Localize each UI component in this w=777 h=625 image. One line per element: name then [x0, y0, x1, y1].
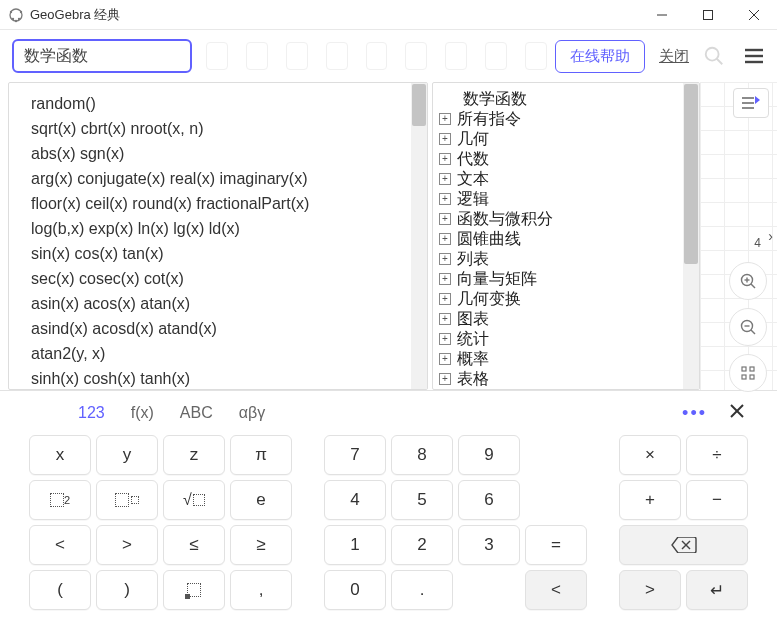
expand-icon[interactable]: + — [439, 313, 451, 325]
category-item[interactable]: +向量与矩阵 — [439, 269, 695, 289]
key-≥[interactable]: ≥ — [230, 525, 292, 565]
key->[interactable]: > — [96, 525, 158, 565]
key-,[interactable]: , — [230, 570, 292, 610]
category-list[interactable]: 数学函数+所有指令+几何+代数+文本+逻辑+函数与微积分+圆锥曲线+列表+向量与… — [433, 83, 699, 389]
expand-icon[interactable]: + — [439, 153, 451, 165]
key-1[interactable]: 1 — [324, 525, 386, 565]
search-input[interactable] — [12, 39, 192, 73]
function-line[interactable]: arg(x) conjugate(x) real(x) imaginary(x) — [31, 166, 413, 191]
key-enter[interactable]: ↵ — [686, 570, 748, 610]
keyboard-tab-123[interactable]: 123 — [78, 404, 105, 422]
function-line[interactable]: abs(x) sgn(x) — [31, 141, 413, 166]
category-scrollbar[interactable] — [683, 83, 699, 389]
function-list[interactable]: random()sqrt(x) cbrt(x) nroot(x, n)abs(x… — [9, 83, 427, 389]
key-×[interactable]: × — [619, 435, 681, 475]
window-minimize-button[interactable] — [639, 0, 685, 30]
key-)[interactable]: ) — [96, 570, 158, 610]
key-left[interactable]: < — [525, 570, 587, 610]
category-item[interactable]: +所有指令 — [439, 109, 695, 129]
key-right[interactable]: > — [619, 570, 681, 610]
key-−[interactable]: − — [686, 480, 748, 520]
key-sqrt[interactable]: √ — [163, 480, 225, 520]
category-label: 统计 — [457, 329, 489, 350]
category-item[interactable]: +表格 — [439, 369, 695, 389]
function-line[interactable]: sec(x) cosec(x) cot(x) — [31, 266, 413, 291]
function-line[interactable]: random() — [31, 91, 413, 116]
key-4[interactable]: 4 — [324, 480, 386, 520]
key-3[interactable]: 3 — [458, 525, 520, 565]
key-z[interactable]: z — [163, 435, 225, 475]
expand-icon[interactable]: + — [439, 373, 451, 385]
keyboard-tab-abc[interactable]: ABC — [180, 404, 213, 422]
category-item[interactable]: +文本 — [439, 169, 695, 189]
key-e[interactable]: e — [230, 480, 292, 520]
key-0[interactable]: 0 — [324, 570, 386, 610]
function-line[interactable]: log(b,x) exp(x) ln(x) lg(x) ld(x) — [31, 216, 413, 241]
expand-icon[interactable]: + — [439, 273, 451, 285]
keyboard-more-button[interactable]: ••• — [682, 403, 707, 424]
key-cursor[interactable] — [163, 570, 225, 610]
key-5[interactable]: 5 — [391, 480, 453, 520]
key-÷[interactable]: ÷ — [686, 435, 748, 475]
stylebar-toggle-button[interactable] — [733, 88, 769, 118]
category-item[interactable]: +几何 — [439, 129, 695, 149]
expand-icon[interactable]: + — [439, 173, 451, 185]
search-icon — [703, 45, 725, 67]
key-<[interactable]: < — [29, 525, 91, 565]
expand-icon[interactable]: + — [439, 333, 451, 345]
key-π[interactable]: π — [230, 435, 292, 475]
function-line[interactable]: sqrt(x) cbrt(x) nroot(x, n) — [31, 116, 413, 141]
key-=[interactable]: = — [525, 525, 587, 565]
key-backspace[interactable] — [619, 525, 748, 565]
expand-icon[interactable]: + — [439, 113, 451, 125]
zoom-out-button[interactable] — [729, 308, 767, 346]
expand-icon[interactable]: + — [439, 233, 451, 245]
key-7[interactable]: 7 — [324, 435, 386, 475]
category-item[interactable]: +概率 — [439, 349, 695, 369]
keyboard-tab-greek[interactable]: αβγ — [239, 404, 265, 422]
key-power[interactable] — [96, 480, 158, 520]
window-maximize-button[interactable] — [685, 0, 731, 30]
key-x[interactable]: x — [29, 435, 91, 475]
key-+[interactable]: + — [619, 480, 681, 520]
expand-icon[interactable]: + — [439, 253, 451, 265]
expand-icon[interactable]: + — [439, 293, 451, 305]
key-6[interactable]: 6 — [458, 480, 520, 520]
key-≤[interactable]: ≤ — [163, 525, 225, 565]
expand-icon[interactable]: + — [439, 213, 451, 225]
key-square[interactable]: 2 — [29, 480, 91, 520]
category-item[interactable]: +几何变换 — [439, 289, 695, 309]
function-line[interactable]: asind(x) acosd(x) atand(x) — [31, 316, 413, 341]
zoom-in-button[interactable] — [729, 262, 767, 300]
keyboard-tab-fx[interactable]: f(x) — [131, 404, 154, 422]
category-item[interactable]: +函数与微积分 — [439, 209, 695, 229]
zoom-home-button[interactable] — [729, 354, 767, 392]
key-8[interactable]: 8 — [391, 435, 453, 475]
main-menu-button[interactable] — [737, 39, 771, 73]
window-close-button[interactable] — [731, 0, 777, 30]
keyboard-close-button[interactable] — [725, 399, 749, 423]
online-help-button[interactable]: 在线帮助 — [555, 40, 645, 73]
key-2[interactable]: 2 — [391, 525, 453, 565]
function-line[interactable]: sin(x) cos(x) tan(x) — [31, 241, 413, 266]
key-9[interactable]: 9 — [458, 435, 520, 475]
category-item[interactable]: +统计 — [439, 329, 695, 349]
expand-icon[interactable]: + — [439, 193, 451, 205]
key-y[interactable]: y — [96, 435, 158, 475]
expand-icon[interactable]: + — [439, 133, 451, 145]
category-item[interactable]: +图表 — [439, 309, 695, 329]
expand-icon[interactable]: + — [439, 353, 451, 365]
category-item[interactable]: +列表 — [439, 249, 695, 269]
category-item[interactable]: +代数 — [439, 149, 695, 169]
category-item[interactable]: +圆锥曲线 — [439, 229, 695, 249]
function-line[interactable]: sinh(x) cosh(x) tanh(x) — [31, 366, 413, 389]
category-item[interactable]: +逻辑 — [439, 189, 695, 209]
function-line[interactable]: asin(x) acos(x) atan(x) — [31, 291, 413, 316]
key-.[interactable]: . — [391, 570, 453, 610]
category-label: 概率 — [457, 349, 489, 370]
key-([interactable]: ( — [29, 570, 91, 610]
function-line[interactable]: atan2(y, x) — [31, 341, 413, 366]
function-line[interactable]: floor(x) ceil(x) round(x) fractionalPart… — [31, 191, 413, 216]
function-scrollbar[interactable] — [411, 83, 427, 389]
close-panel-link[interactable]: 关闭 — [653, 47, 695, 66]
